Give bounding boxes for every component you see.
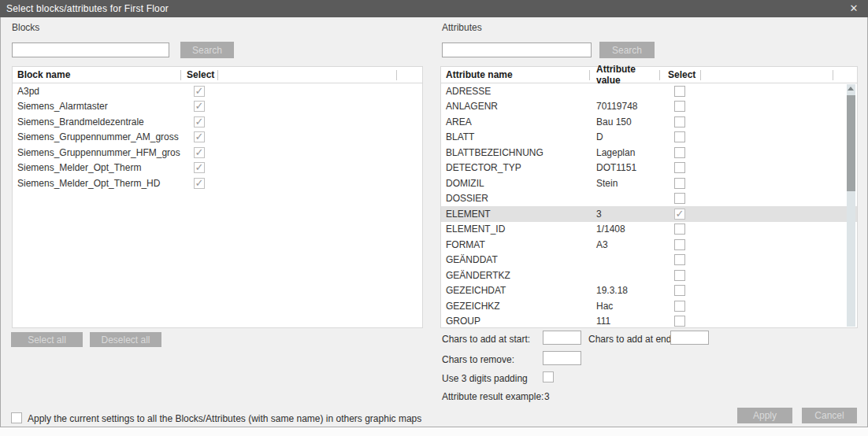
table-row[interactable]: Siemens_Alarmtaster [13, 99, 422, 115]
chars-add-start-input[interactable] [543, 331, 581, 345]
row-checkbox[interactable] [674, 285, 685, 296]
row-checkbox[interactable] [194, 86, 205, 97]
chars-add-end-input[interactable] [670, 331, 709, 345]
close-icon[interactable]: ✕ [848, 2, 860, 15]
row-checkbox[interactable] [674, 254, 685, 265]
row-checkbox[interactable] [674, 101, 685, 112]
table-row[interactable]: A3pd [13, 83, 422, 99]
block-name-cell: Siemens_Brandmeldezentrale [13, 116, 180, 127]
chars-add-start-label: Chars to add at start: [442, 334, 530, 345]
row-checkbox[interactable] [674, 316, 685, 327]
table-row[interactable]: Siemens_Gruppennummer_HFM_gross [13, 145, 422, 161]
attribute-select-cell [659, 254, 699, 265]
row-checkbox[interactable] [674, 270, 685, 281]
select-blocks-attributes-dialog: Select blocks/attributes for First Floor… [0, 0, 868, 427]
column-separator [700, 70, 701, 80]
attribute-select-cell [659, 193, 699, 204]
table-row[interactable]: FORMAT A3 [441, 237, 857, 253]
table-row[interactable]: DOSSIER [441, 191, 857, 207]
table-row[interactable]: GROUP 111 [441, 314, 857, 330]
table-row[interactable]: ADRESSE [441, 83, 857, 99]
attribute-value-cell: A3 [590, 239, 659, 250]
attribute-name-cell: ELEMENT [441, 209, 590, 220]
scrollbar-thumb[interactable] [847, 95, 855, 191]
attribute-select-cell [659, 178, 699, 189]
table-row[interactable]: Siemens_Melder_Opt_Therm_HD [13, 176, 422, 191]
attribute-select-cell [659, 301, 699, 312]
select-all-button[interactable]: Select all [11, 332, 83, 347]
row-checkbox[interactable] [194, 178, 205, 189]
row-checkbox[interactable] [674, 301, 685, 312]
attributes-col-select: Select [660, 67, 700, 83]
row-checkbox[interactable] [194, 101, 205, 112]
block-name-cell: A3pd [13, 86, 180, 97]
table-row[interactable]: GEZEICHKZ Hac [441, 298, 857, 314]
row-checkbox[interactable] [674, 86, 685, 97]
table-row[interactable]: AREA Bau 150 [441, 114, 857, 130]
row-checkbox[interactable] [674, 147, 685, 158]
attribute-select-cell [659, 316, 699, 327]
row-checkbox[interactable] [674, 193, 685, 204]
attribute-select-cell [659, 162, 699, 173]
apply-button[interactable]: Apply [737, 408, 792, 423]
table-row[interactable]: DOMIZIL Stein [441, 176, 857, 191]
attribute-value-cell: Bau 150 [590, 116, 659, 127]
row-checkbox[interactable] [194, 162, 205, 173]
table-row[interactable]: Siemens_Melder_Opt_Therm [13, 161, 422, 176]
window-bottom-edge [0, 427, 868, 436]
deselect-all-button[interactable]: Deselect all [90, 332, 161, 347]
block-select-cell [180, 131, 217, 142]
row-checkbox[interactable] [194, 147, 205, 158]
blocks-col-select: Select [181, 67, 217, 83]
row-checkbox[interactable] [674, 209, 685, 220]
blocks-search-button[interactable]: Search [180, 42, 234, 58]
attribute-result-label: Attribute result example: [442, 391, 543, 402]
table-row[interactable]: Siemens_Gruppennummer_AM_gross [13, 130, 422, 146]
table-row[interactable]: BLATTBEZEICHNUNG Lageplan [441, 145, 857, 161]
table-row[interactable]: GEÄNDERTKZ [441, 268, 857, 283]
row-checkbox[interactable] [674, 224, 685, 235]
digits-padding-checkbox[interactable] [543, 371, 554, 382]
table-row[interactable]: DETECTOR_TYP DOT1151 [441, 161, 857, 176]
block-name-cell: Siemens_Melder_Opt_Therm [13, 162, 180, 173]
attribute-select-cell [659, 101, 699, 112]
table-row[interactable]: GEÄNDDAT [441, 253, 857, 268]
row-checkbox[interactable] [194, 116, 205, 127]
apply-all-checkbox[interactable] [11, 412, 22, 423]
attribute-name-cell: DOMIZIL [441, 178, 590, 189]
chars-remove-label: Chars to remove: [442, 354, 514, 365]
table-row[interactable]: BLATT D [441, 130, 857, 146]
attribute-name-cell: GEZEICHKZ [441, 301, 590, 312]
table-row[interactable]: ELEMENT 3 [441, 206, 857, 222]
attribute-value-cell: Hac [590, 301, 659, 312]
row-checkbox[interactable] [674, 131, 685, 142]
apply-all-checkbox-label: Apply the current settings to all the Bl… [28, 413, 421, 424]
block-select-cell [180, 116, 217, 127]
table-row[interactable]: Siemens_Brandmeldezentrale [13, 114, 422, 130]
attributes-search-input[interactable] [442, 42, 592, 57]
attributes-scrollbar[interactable] [847, 84, 855, 327]
attribute-value-cell: 19.3.18 [590, 285, 659, 296]
attributes-search-button[interactable]: Search [599, 42, 655, 58]
row-checkbox[interactable] [194, 131, 205, 142]
attribute-name-cell: DETECTOR_TYP [441, 162, 590, 173]
table-row[interactable]: ANLAGENR 70119748 [441, 99, 857, 115]
titlebar: Select blocks/attributes for First Floor… [0, 0, 868, 17]
row-checkbox[interactable] [674, 116, 685, 127]
blocks-table: Block name Select A3pd Siemens_Alarmtast… [12, 66, 423, 328]
scroll-up-icon[interactable] [848, 87, 854, 91]
chars-remove-input[interactable] [543, 351, 581, 365]
row-checkbox[interactable] [674, 178, 685, 189]
attribute-value-cell: 1/1408 [590, 224, 659, 235]
row-checkbox[interactable] [674, 239, 685, 250]
attribute-name-cell: GEZEICHDAT [441, 285, 590, 296]
attribute-select-cell [659, 131, 699, 142]
attributes-table-header: Attribute name Attribute value Select [441, 67, 857, 83]
row-checkbox[interactable] [674, 162, 685, 173]
table-row[interactable]: ELEMENT_ID 1/1408 [441, 222, 857, 238]
block-select-cell [180, 147, 217, 158]
blocks-search-input[interactable] [12, 42, 169, 57]
cancel-button[interactable]: Cancel [802, 408, 857, 423]
digits-padding-label: Use 3 digits padding [442, 373, 528, 384]
table-row[interactable]: GEZEICHDAT 19.3.18 [441, 283, 857, 299]
